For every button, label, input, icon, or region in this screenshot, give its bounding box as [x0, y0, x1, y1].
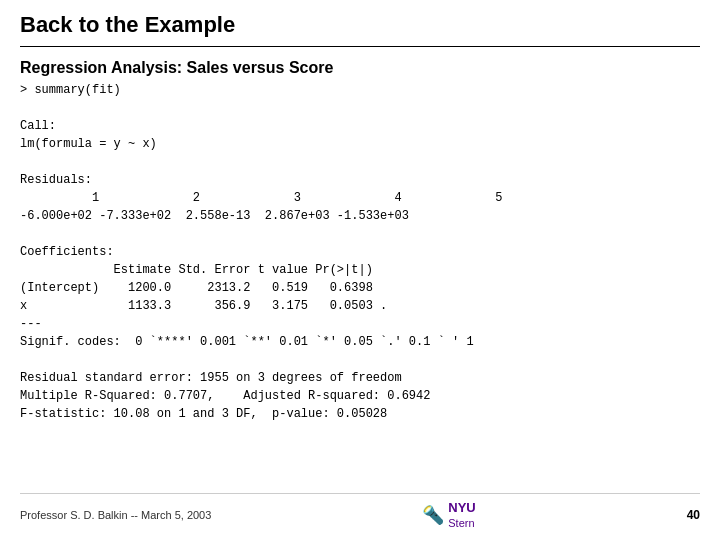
slide-title: Back to the Example — [20, 12, 700, 47]
nyu-logo-text: NYUStern — [448, 500, 475, 530]
section-title: Regression Analysis: Sales versus Score — [20, 59, 700, 77]
slide-footer: Professor S. D. Balkin -- March 5, 2003 … — [20, 493, 700, 530]
slide-container: Back to the Example Regression Analysis:… — [0, 0, 720, 540]
code-output: > summary(fit) Call: lm(formula = y ~ x)… — [20, 81, 700, 487]
footer-author: Professor S. D. Balkin -- March 5, 2003 — [20, 509, 211, 521]
footer-logo: 🔦 NYUStern — [422, 500, 475, 530]
torch-icon: 🔦 — [422, 504, 444, 526]
stern-text: Stern — [448, 517, 474, 529]
page-number: 40 — [687, 508, 700, 522]
